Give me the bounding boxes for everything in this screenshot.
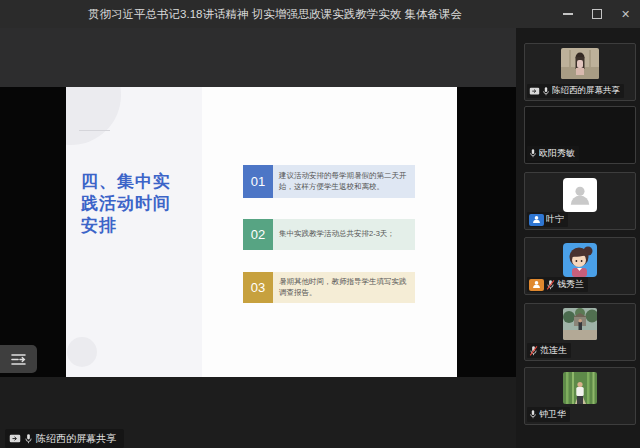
participant-tile-chenshaoxi[interactable]: 陈绍西的屏幕共享 xyxy=(524,43,636,101)
slide-item-text: 暑期其他时间，教师指导学生填写实践调查报告。 xyxy=(273,272,415,303)
participant-avatar xyxy=(563,308,597,340)
participant-name: 范连生 xyxy=(540,344,567,357)
slide-item-text: 集中实践教学活动总共安排2-3天； xyxy=(273,219,415,250)
title-bar: 贯彻习近平总书记3.18讲话精神 切实增强思政课实践教学实效 集体备课会 ✕ xyxy=(0,0,640,28)
screen-share-icon xyxy=(529,87,540,96)
minimize-icon xyxy=(563,13,573,15)
participant-label: 叶宁 xyxy=(527,212,568,227)
cartoon-girl-avatar xyxy=(563,243,597,277)
screen-share-banner: 陈绍西的屏幕共享 xyxy=(5,429,124,448)
slide-item-1: 01 建议活动安排的每学期暑假的第二天开始，这样方便学生返校和离校。 xyxy=(243,165,415,198)
participant-video xyxy=(561,48,599,79)
participant-avatar xyxy=(563,178,597,212)
person-badge-orange-icon xyxy=(529,279,544,291)
participant-tile-qianxiulan[interactable]: 钱秀兰 xyxy=(524,237,636,295)
participant-avatar xyxy=(563,372,597,404)
participant-label: 范连生 xyxy=(527,343,571,358)
slide-title: 四、集中实 践活动时间 安排 xyxy=(81,171,171,237)
window-title: 贯彻习近平总书记3.18讲话精神 切实增强思政课实践教学实效 集体备课会 xyxy=(0,0,550,28)
person-placeholder-icon xyxy=(567,182,593,208)
decorative-circle-small xyxy=(67,337,97,367)
participant-tile-zhongweihua[interactable]: 钟卫华 xyxy=(524,367,636,425)
participant-label: 钟卫华 xyxy=(527,407,570,422)
slide-title-line: 四、集中实 xyxy=(81,171,171,193)
screen-backdrop-top xyxy=(0,28,516,87)
maximize-icon xyxy=(592,9,602,19)
slide-item-2: 02 集中实践教学活动总共安排2-3天； xyxy=(243,219,415,250)
slide-item-number: 02 xyxy=(243,219,273,250)
mic-icon xyxy=(24,433,33,445)
participant-label: 钱秀兰 xyxy=(527,277,588,292)
participant-tile-fanliansheng[interactable]: 范连生 xyxy=(524,303,636,361)
screen-share-banner-label: 陈绍西的屏幕共享 xyxy=(36,432,116,446)
participant-avatar xyxy=(563,243,597,277)
slide-item-number: 03 xyxy=(243,272,273,303)
mic-icon xyxy=(529,148,537,159)
participant-label: 欧阳秀敏 xyxy=(527,146,579,161)
slide-title-line: 安排 xyxy=(81,215,171,237)
toolbar-toggle-icon xyxy=(10,353,27,366)
participant-name: 钟卫华 xyxy=(539,408,566,421)
mic-muted-icon xyxy=(546,279,555,291)
participant-label: 陈绍西的屏幕共享 xyxy=(527,84,624,98)
participant-name: 钱秀兰 xyxy=(557,278,584,291)
presentation-slide: 四、集中实 践活动时间 安排 01 建议活动安排的每学期暑假的第二天开始，这样方… xyxy=(66,87,457,377)
window-controls: ✕ xyxy=(553,0,640,28)
person-badge-blue-icon xyxy=(529,214,544,226)
mic-icon xyxy=(542,86,550,97)
participant-tile-yening[interactable]: 叶宁 xyxy=(524,172,636,230)
annotation-toolbar-toggle[interactable] xyxy=(0,345,37,373)
close-button[interactable]: ✕ xyxy=(611,0,640,28)
minimize-button[interactable] xyxy=(553,0,582,28)
screen-share-icon xyxy=(9,434,21,444)
mic-muted-icon xyxy=(529,345,538,357)
close-icon: ✕ xyxy=(621,9,630,20)
slide-item-text: 建议活动安排的每学期暑假的第二天开始，这样方便学生返校和离校。 xyxy=(273,165,415,198)
slide-item-number: 01 xyxy=(243,165,273,198)
shared-screen-area: 四、集中实 践活动时间 安排 01 建议活动安排的每学期暑假的第二天开始，这样方… xyxy=(0,28,516,448)
slide-title-line: 践活动时间 xyxy=(81,193,171,215)
participant-name: 陈绍西的屏幕共享 xyxy=(552,85,620,97)
maximize-button[interactable] xyxy=(582,0,611,28)
mic-icon xyxy=(529,409,537,420)
participants-sidebar: 陈绍西的屏幕共享 欧阳秀敏 xyxy=(516,28,640,448)
decorative-line xyxy=(79,130,110,131)
participant-name: 欧阳秀敏 xyxy=(539,147,575,160)
slide-item-3: 03 暑期其他时间，教师指导学生填写实践调查报告。 xyxy=(243,272,415,303)
participant-name: 叶宁 xyxy=(546,213,564,226)
participant-tile-ouyangxiumin[interactable]: 欧阳秀敏 xyxy=(524,106,636,164)
